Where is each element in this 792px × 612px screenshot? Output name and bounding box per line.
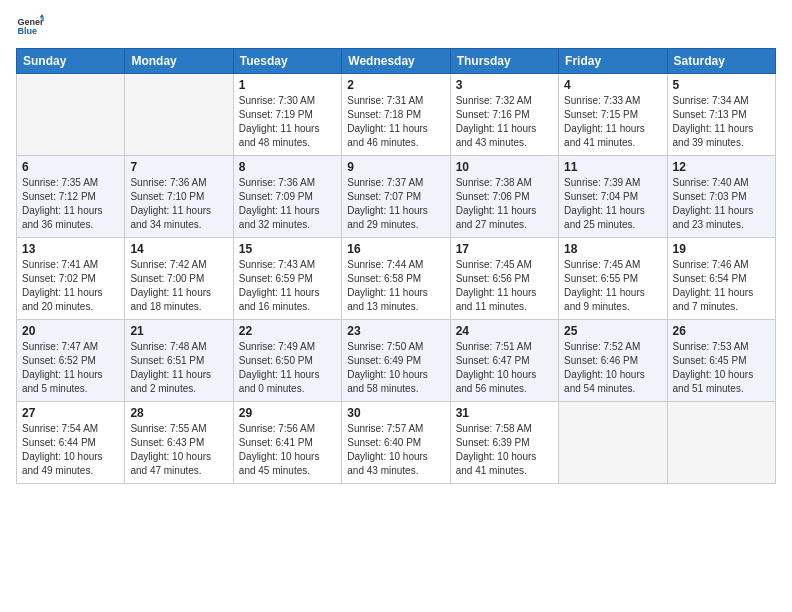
day-info: Sunrise: 7:31 AMSunset: 7:18 PMDaylight:… [347,94,444,150]
calendar-cell: 11Sunrise: 7:39 AMSunset: 7:04 PMDayligh… [559,156,667,238]
logo: General Blue [16,12,44,40]
calendar-cell: 6Sunrise: 7:35 AMSunset: 7:12 PMDaylight… [17,156,125,238]
day-info: Sunrise: 7:42 AMSunset: 7:00 PMDaylight:… [130,258,227,314]
day-number: 7 [130,160,227,174]
calendar-cell: 12Sunrise: 7:40 AMSunset: 7:03 PMDayligh… [667,156,775,238]
calendar-week-row: 13Sunrise: 7:41 AMSunset: 7:02 PMDayligh… [17,238,776,320]
weekday-header-tuesday: Tuesday [233,49,341,74]
calendar-cell: 22Sunrise: 7:49 AMSunset: 6:50 PMDayligh… [233,320,341,402]
day-info: Sunrise: 7:37 AMSunset: 7:07 PMDaylight:… [347,176,444,232]
svg-marker-2 [40,14,44,18]
day-number: 6 [22,160,119,174]
day-number: 23 [347,324,444,338]
calendar-cell: 26Sunrise: 7:53 AMSunset: 6:45 PMDayligh… [667,320,775,402]
day-number: 21 [130,324,227,338]
day-number: 24 [456,324,553,338]
calendar-cell: 20Sunrise: 7:47 AMSunset: 6:52 PMDayligh… [17,320,125,402]
day-info: Sunrise: 7:55 AMSunset: 6:43 PMDaylight:… [130,422,227,478]
calendar-cell: 8Sunrise: 7:36 AMSunset: 7:09 PMDaylight… [233,156,341,238]
calendar-week-row: 20Sunrise: 7:47 AMSunset: 6:52 PMDayligh… [17,320,776,402]
day-number: 30 [347,406,444,420]
day-info: Sunrise: 7:57 AMSunset: 6:40 PMDaylight:… [347,422,444,478]
day-info: Sunrise: 7:40 AMSunset: 7:03 PMDaylight:… [673,176,770,232]
calendar-cell: 16Sunrise: 7:44 AMSunset: 6:58 PMDayligh… [342,238,450,320]
day-info: Sunrise: 7:58 AMSunset: 6:39 PMDaylight:… [456,422,553,478]
calendar-cell: 9Sunrise: 7:37 AMSunset: 7:07 PMDaylight… [342,156,450,238]
calendar-cell: 7Sunrise: 7:36 AMSunset: 7:10 PMDaylight… [125,156,233,238]
day-number: 26 [673,324,770,338]
calendar-cell: 23Sunrise: 7:50 AMSunset: 6:49 PMDayligh… [342,320,450,402]
day-number: 28 [130,406,227,420]
calendar-table: SundayMondayTuesdayWednesdayThursdayFrid… [16,48,776,484]
calendar-cell: 27Sunrise: 7:54 AMSunset: 6:44 PMDayligh… [17,402,125,484]
day-info: Sunrise: 7:35 AMSunset: 7:12 PMDaylight:… [22,176,119,232]
calendar-cell: 5Sunrise: 7:34 AMSunset: 7:13 PMDaylight… [667,74,775,156]
calendar-cell: 15Sunrise: 7:43 AMSunset: 6:59 PMDayligh… [233,238,341,320]
calendar-cell: 30Sunrise: 7:57 AMSunset: 6:40 PMDayligh… [342,402,450,484]
day-info: Sunrise: 7:52 AMSunset: 6:46 PMDaylight:… [564,340,661,396]
calendar-cell: 10Sunrise: 7:38 AMSunset: 7:06 PMDayligh… [450,156,558,238]
day-info: Sunrise: 7:47 AMSunset: 6:52 PMDaylight:… [22,340,119,396]
calendar-header-row: SundayMondayTuesdayWednesdayThursdayFrid… [17,49,776,74]
day-number: 15 [239,242,336,256]
day-number: 22 [239,324,336,338]
calendar-cell [125,74,233,156]
calendar-cell [667,402,775,484]
calendar-cell [17,74,125,156]
day-info: Sunrise: 7:51 AMSunset: 6:47 PMDaylight:… [456,340,553,396]
day-info: Sunrise: 7:38 AMSunset: 7:06 PMDaylight:… [456,176,553,232]
day-info: Sunrise: 7:45 AMSunset: 6:55 PMDaylight:… [564,258,661,314]
day-number: 3 [456,78,553,92]
day-info: Sunrise: 7:48 AMSunset: 6:51 PMDaylight:… [130,340,227,396]
day-info: Sunrise: 7:41 AMSunset: 7:02 PMDaylight:… [22,258,119,314]
day-info: Sunrise: 7:34 AMSunset: 7:13 PMDaylight:… [673,94,770,150]
day-number: 8 [239,160,336,174]
day-info: Sunrise: 7:54 AMSunset: 6:44 PMDaylight:… [22,422,119,478]
weekday-header-monday: Monday [125,49,233,74]
day-info: Sunrise: 7:49 AMSunset: 6:50 PMDaylight:… [239,340,336,396]
day-number: 27 [22,406,119,420]
svg-text:Blue: Blue [17,26,37,36]
weekday-header-sunday: Sunday [17,49,125,74]
day-info: Sunrise: 7:32 AMSunset: 7:16 PMDaylight:… [456,94,553,150]
svg-text:General: General [17,17,44,27]
day-number: 31 [456,406,553,420]
calendar-cell: 17Sunrise: 7:45 AMSunset: 6:56 PMDayligh… [450,238,558,320]
calendar-week-row: 6Sunrise: 7:35 AMSunset: 7:12 PMDaylight… [17,156,776,238]
day-info: Sunrise: 7:33 AMSunset: 7:15 PMDaylight:… [564,94,661,150]
weekday-header-thursday: Thursday [450,49,558,74]
day-number: 1 [239,78,336,92]
calendar-cell: 31Sunrise: 7:58 AMSunset: 6:39 PMDayligh… [450,402,558,484]
day-info: Sunrise: 7:45 AMSunset: 6:56 PMDaylight:… [456,258,553,314]
day-info: Sunrise: 7:39 AMSunset: 7:04 PMDaylight:… [564,176,661,232]
calendar-cell: 25Sunrise: 7:52 AMSunset: 6:46 PMDayligh… [559,320,667,402]
day-info: Sunrise: 7:44 AMSunset: 6:58 PMDaylight:… [347,258,444,314]
day-number: 13 [22,242,119,256]
day-number: 5 [673,78,770,92]
day-number: 4 [564,78,661,92]
day-number: 16 [347,242,444,256]
day-info: Sunrise: 7:36 AMSunset: 7:09 PMDaylight:… [239,176,336,232]
day-info: Sunrise: 7:53 AMSunset: 6:45 PMDaylight:… [673,340,770,396]
day-info: Sunrise: 7:46 AMSunset: 6:54 PMDaylight:… [673,258,770,314]
calendar-cell: 29Sunrise: 7:56 AMSunset: 6:41 PMDayligh… [233,402,341,484]
day-number: 18 [564,242,661,256]
calendar-cell: 2Sunrise: 7:31 AMSunset: 7:18 PMDaylight… [342,74,450,156]
day-info: Sunrise: 7:50 AMSunset: 6:49 PMDaylight:… [347,340,444,396]
day-number: 20 [22,324,119,338]
calendar-week-row: 27Sunrise: 7:54 AMSunset: 6:44 PMDayligh… [17,402,776,484]
day-info: Sunrise: 7:43 AMSunset: 6:59 PMDaylight:… [239,258,336,314]
day-number: 2 [347,78,444,92]
calendar-cell: 4Sunrise: 7:33 AMSunset: 7:15 PMDaylight… [559,74,667,156]
calendar-cell: 14Sunrise: 7:42 AMSunset: 7:00 PMDayligh… [125,238,233,320]
calendar-cell: 3Sunrise: 7:32 AMSunset: 7:16 PMDaylight… [450,74,558,156]
day-number: 29 [239,406,336,420]
day-number: 10 [456,160,553,174]
calendar-cell: 21Sunrise: 7:48 AMSunset: 6:51 PMDayligh… [125,320,233,402]
day-number: 11 [564,160,661,174]
day-number: 12 [673,160,770,174]
day-info: Sunrise: 7:56 AMSunset: 6:41 PMDaylight:… [239,422,336,478]
weekday-header-saturday: Saturday [667,49,775,74]
logo-icon: General Blue [16,12,44,40]
calendar-cell [559,402,667,484]
